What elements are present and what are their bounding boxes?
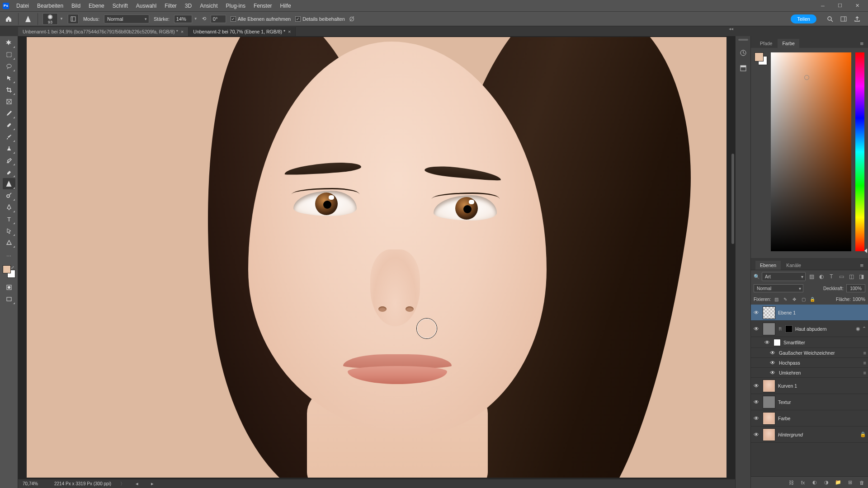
close-button[interactable]: ✕ [849, 1, 865, 10]
blur-tool[interactable] [3, 178, 15, 189]
visibility-toggle[interactable]: 👁 [753, 325, 760, 333]
tab-ebenen[interactable]: Ebenen [755, 261, 781, 270]
marquee-tool[interactable] [3, 49, 15, 60]
scroll-left-icon[interactable]: ◂ [134, 481, 140, 487]
filter-toggle[interactable]: ◨ [857, 272, 865, 281]
blend-mode-select[interactable]: Normal [754, 284, 803, 292]
smartfilter-header[interactable]: 👁 Smartfilter [751, 337, 868, 348]
brush-panel-toggle[interactable] [68, 14, 79, 24]
pressure-icon[interactable]: Ø [349, 15, 354, 23]
document-tab[interactable]: Unbenannt-1 bei 34,9% (bca77544d76c791f5… [18, 27, 189, 36]
color-field[interactable] [771, 52, 851, 251]
pen-tool[interactable] [3, 202, 15, 213]
preserve-details-checkbox[interactable]: ✓ Details beibehalten [295, 16, 345, 22]
move-tool[interactable] [3, 37, 15, 48]
more-tools[interactable]: ⋯ [3, 251, 15, 262]
link-layers-icon[interactable]: ⛓ [788, 479, 795, 486]
history-brush-tool[interactable] [3, 155, 15, 166]
menu-schrift[interactable]: Schrift [109, 1, 132, 10]
visibility-toggle[interactable]: 👁 [769, 369, 776, 376]
layer-name[interactable]: Haut abpudern [795, 326, 853, 332]
layer-row[interactable]: 👁 Textur [751, 394, 868, 410]
scroll-right-icon[interactable]: ▸ [149, 481, 156, 487]
layer-row[interactable]: 👁 Farbe [751, 410, 868, 427]
canvas-viewport[interactable] [18, 36, 735, 479]
panel-menu-icon[interactable]: ≡ [858, 261, 865, 270]
layer-thumbnail[interactable] [763, 380, 775, 392]
filter-shape-icon[interactable]: ▭ [837, 272, 845, 281]
layer-row[interactable]: 👁 Kurven 1 [751, 378, 868, 394]
filter-mask-thumbnail[interactable] [774, 339, 781, 346]
layer-row[interactable]: 👁 Hintergrund 🔒 [751, 427, 868, 443]
type-tool[interactable]: T [3, 213, 15, 225]
layer-name[interactable]: Ebene 1 [778, 310, 866, 315]
filter-name[interactable]: Hochpass [779, 360, 861, 366]
new-adjustment-icon[interactable]: ◑ [823, 479, 830, 486]
close-icon[interactable]: × [288, 29, 291, 34]
new-layer-icon[interactable]: ⊞ [846, 479, 854, 486]
history-panel-icon[interactable] [737, 47, 749, 59]
menu-plugins[interactable]: Plug-ins [222, 1, 249, 10]
menu-bearbeiten[interactable]: Bearbeiten [33, 1, 67, 10]
smartfilter-item[interactable]: 👁 Umkehren ≡ [751, 368, 868, 378]
lock-transparent-icon[interactable]: ▨ [773, 296, 780, 303]
filter-smart-icon[interactable]: ◫ [847, 272, 855, 281]
menu-3d[interactable]: 3D [181, 1, 195, 10]
zoom-level[interactable]: 70,74% [23, 481, 45, 486]
brush-preset-picker[interactable]: 93 [42, 13, 58, 25]
link-mask-icon[interactable]: ⎘ [778, 326, 783, 332]
layer-thumbnail[interactable] [763, 396, 775, 408]
menu-auswahl[interactable]: Auswahl [132, 1, 160, 10]
home-button[interactable] [4, 14, 14, 24]
blend-mode-dropdown[interactable]: Normal [104, 14, 149, 23]
search-icon[interactable]: 🔍 [754, 274, 760, 280]
color-swatch-pair[interactable] [755, 52, 767, 65]
foreground-swatch[interactable] [3, 265, 11, 273]
visibility-toggle[interactable]: 👁 [753, 431, 760, 438]
clone-stamp-tool[interactable] [3, 143, 15, 154]
visibility-toggle[interactable]: 👁 [769, 359, 776, 366]
search-icon[interactable] [826, 14, 835, 23]
visibility-toggle[interactable]: 👁 [753, 415, 760, 422]
foreground-color[interactable] [755, 52, 764, 61]
layer-thumbnail[interactable] [763, 323, 775, 335]
properties-panel-icon[interactable] [737, 62, 749, 74]
filter-type-icon[interactable]: T [827, 272, 835, 281]
visibility-toggle[interactable]: 👁 [753, 382, 760, 389]
crop-tool[interactable] [3, 84, 15, 95]
mask-thumbnail[interactable] [785, 325, 793, 333]
quick-select-tool[interactable] [3, 72, 15, 84]
lock-all-icon[interactable]: 🔒 [809, 296, 816, 303]
filter-pixel-icon[interactable]: ▨ [807, 272, 816, 281]
panel-menu-icon[interactable]: ≡ [858, 39, 865, 48]
dock-handle[interactable] [738, 39, 748, 41]
swap-colors-icon[interactable]: ⤢ [11, 265, 15, 270]
visibility-toggle[interactable]: 👁 [764, 339, 771, 346]
menu-filter[interactable]: Filter [161, 1, 180, 10]
eyedropper-tool[interactable] [3, 108, 15, 119]
chevron-down-icon[interactable]: ▼ [60, 17, 63, 21]
filter-name[interactable]: Gaußscher Weichzeichner [779, 350, 861, 356]
eraser-tool[interactable] [3, 166, 15, 178]
vertical-scrollbar[interactable] [731, 154, 734, 244]
minimize-button[interactable]: ─ [815, 1, 831, 10]
brush-tool[interactable] [3, 131, 15, 142]
menu-bild[interactable]: Bild [68, 1, 84, 10]
filter-adjust-icon[interactable]: ◐ [817, 272, 826, 281]
smartfilter-item[interactable]: 👁 Hochpass ≡ [751, 358, 868, 368]
document-tab[interactable]: Unbenannt-2 bei 70,7% (Ebene 1, RGB/8) *… [189, 27, 296, 36]
menu-ansicht[interactable]: Ansicht [196, 1, 221, 10]
layer-thumbnail[interactable] [763, 306, 775, 319]
menu-fenster[interactable]: Fenster [250, 1, 276, 10]
opacity-input[interactable]: 100% [846, 284, 865, 292]
shape-tool[interactable] [3, 237, 15, 248]
path-select-tool[interactable] [3, 225, 15, 236]
tab-pfade[interactable]: Pfade [755, 39, 777, 48]
layer-thumbnail[interactable] [763, 428, 775, 441]
smartfilter-item[interactable]: 👁 Gaußscher Weichzeichner ≡ [751, 348, 868, 358]
visibility-toggle[interactable]: 👁 [753, 309, 760, 316]
layer-name[interactable]: Hintergrund [778, 432, 857, 437]
tab-kanaele[interactable]: Kanäle [782, 261, 806, 270]
layer-row[interactable]: 👁 Ebene 1 [751, 305, 868, 321]
sample-all-layers-checkbox[interactable]: ✓ Alle Ebenen aufnehmen [231, 16, 291, 22]
